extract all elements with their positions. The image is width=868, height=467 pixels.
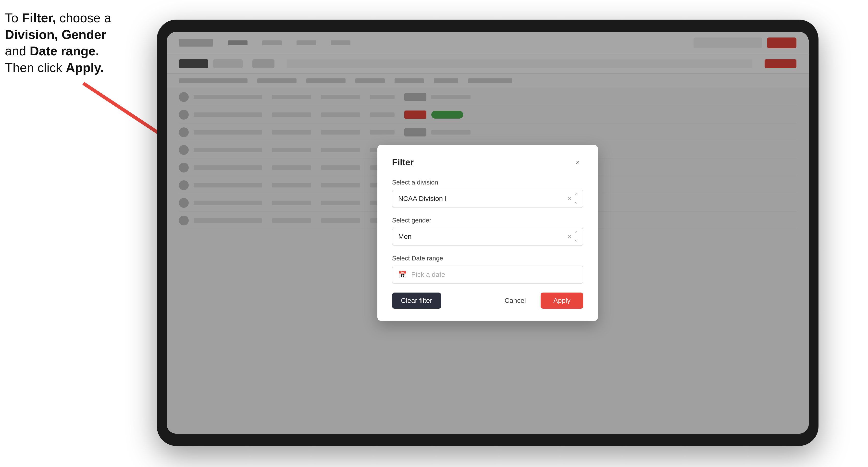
tablet-screen: Filter × Select a division NCAA Division… [167,32,809,434]
division-form-group: Select a division NCAA Division I × ⌃⌄ [392,179,583,208]
instruction-line4: Then click Apply. [5,61,104,75]
modal-header: Filter × [392,157,583,168]
instruction-text: To Filter, choose a Division, Gender and… [5,10,142,76]
division-select-wrapper[interactable]: NCAA Division I × ⌃⌄ [392,190,583,208]
tablet-frame: Filter × Select a division NCAA Division… [157,20,818,446]
gender-label: Select gender [392,217,583,224]
apply-button[interactable]: Apply [540,292,583,309]
modal-title: Filter [392,157,414,167]
division-label: Select a division [392,179,583,186]
clear-filter-button[interactable]: Clear filter [392,292,441,309]
date-range-input[interactable]: 📅 Pick a date [392,266,583,284]
date-label: Select Date range [392,255,583,262]
gender-clear-icon[interactable]: × [568,233,571,240]
modal-overlay: Filter × Select a division NCAA Division… [167,32,809,434]
calendar-icon: 📅 [398,271,407,279]
instruction-line2: Division, Gender [5,27,106,42]
modal-footer: Clear filter Cancel Apply [392,292,583,309]
cancel-button[interactable]: Cancel [495,292,536,309]
gender-select-wrapper[interactable]: Men × ⌃⌄ [392,228,583,246]
modal-close-button[interactable]: × [572,157,583,168]
division-select[interactable]: NCAA Division I [392,190,583,208]
modal-footer-right: Cancel Apply [495,292,583,309]
instruction-line1: To Filter, choose a [5,11,111,25]
date-form-group: Select Date range 📅 Pick a date [392,255,583,284]
instruction-line3: and Date range. [5,44,99,58]
date-placeholder: Pick a date [411,271,445,279]
division-clear-icon[interactable]: × [568,195,571,203]
close-icon: × [576,158,580,166]
gender-form-group: Select gender Men × ⌃⌄ [392,217,583,246]
gender-select[interactable]: Men [392,228,583,246]
filter-modal: Filter × Select a division NCAA Division… [377,145,598,321]
